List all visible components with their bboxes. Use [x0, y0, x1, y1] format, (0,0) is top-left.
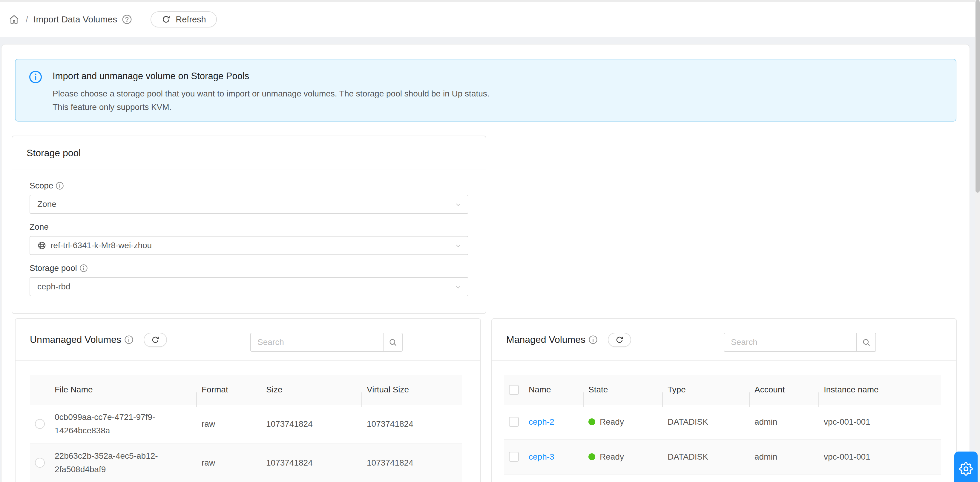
cell-instance-name: vpc-001-001 — [819, 415, 941, 428]
zone-select-value: ref-trl-6341-k-Mr8-wei-zhou — [51, 241, 152, 250]
scope-label-text: Scope — [30, 181, 53, 191]
reload-icon — [615, 336, 624, 344]
unmanaged-volume-row: 0cb099aa-cc7e-4721-97f9-14264bce838a raw… — [30, 405, 462, 444]
scope-select[interactable]: Zone — [30, 195, 468, 214]
scrollbar-thumb[interactable] — [975, 0, 980, 192]
status-dot-green — [589, 418, 595, 425]
cell-type: DATADISK — [663, 415, 750, 428]
column-header-account: Account — [750, 385, 819, 395]
page-scrollbar[interactable] — [975, 0, 980, 482]
cell-size: 1073741824 — [261, 417, 362, 431]
column-header-format: Format — [197, 385, 261, 395]
cell-state: Ready — [584, 415, 663, 428]
refresh-button-label: Refresh — [176, 14, 206, 24]
home-icon[interactable] — [8, 13, 20, 25]
info-circle-icon — [80, 264, 88, 272]
column-header-state: State — [584, 385, 663, 395]
unmanaged-volumes-title: Unmanaged Volumes — [30, 334, 121, 345]
unmanaged-table-body: 0cb099aa-cc7e-4721-97f9-14264bce838a raw… — [30, 405, 462, 482]
cell-type: DATADISK — [663, 450, 750, 463]
cell-account: admin — [750, 415, 819, 428]
question-circle-icon[interactable] — [122, 14, 132, 24]
managed-volumes-card: Managed Volumes Name State Type Account … — [492, 318, 957, 482]
status-dot-green — [589, 453, 595, 460]
info-circle-icon — [124, 335, 134, 344]
cell-account: admin — [750, 450, 819, 463]
cell-name: ceph-3 — [524, 450, 584, 463]
unmanaged-table-header: File Name Format Size Virtual Size — [30, 375, 462, 405]
volume-radio[interactable] — [35, 419, 45, 429]
search-icon[interactable] — [383, 333, 402, 351]
volume-name-link[interactable]: ceph-2 — [529, 417, 554, 426]
storage-pool-card-header: Storage pool — [12, 136, 486, 170]
volume-checkbox[interactable] — [509, 452, 519, 462]
managed-volume-row: ceph-2 Ready DATADISK admin vpc-001-001 — [504, 405, 941, 440]
cell-name: ceph-2 — [524, 415, 584, 428]
zone-label-text: Zone — [30, 222, 49, 232]
globe-icon — [37, 241, 46, 250]
row-select-cell — [30, 458, 50, 468]
managed-volumes-header: Managed Volumes — [492, 319, 956, 361]
scope-label: Scope — [30, 181, 468, 191]
managed-table: Name State Type Account Instance name ce… — [504, 375, 941, 482]
reload-icon — [161, 14, 171, 24]
alert-description: Please choose a storage pool that you wa… — [52, 87, 490, 114]
zone-select[interactable]: ref-trl-6341-k-Mr8-wei-zhou — [30, 236, 468, 255]
managed-refresh-button[interactable] — [608, 332, 631, 347]
reload-icon — [151, 336, 160, 344]
cell-size: 1073741824 — [261, 456, 362, 469]
scope-select-value: Zone — [37, 199, 56, 209]
managed-table-header: Name State Type Account Instance name — [504, 375, 941, 405]
zone-label: Zone — [30, 222, 468, 232]
cell-format: raw — [197, 456, 261, 469]
column-header-file-name: File Name — [50, 385, 197, 395]
cell-virtual-size: 1073741824 — [362, 417, 462, 431]
row-select-cell — [30, 419, 50, 429]
settings-fab-button[interactable] — [954, 452, 978, 482]
volume-checkbox[interactable] — [509, 417, 519, 427]
breadcrumb-current: Import Data Volumes — [33, 14, 117, 24]
unmanaged-search-input[interactable] — [251, 333, 383, 351]
cell-file-name: 22b63c2b-352a-4ec5-ab12-2fa508d4baf9 — [50, 449, 197, 476]
storage-pool-card-title: Storage pool — [27, 148, 81, 159]
unmanaged-volumes-header: Unmanaged Volumes — [16, 319, 480, 361]
refresh-button[interactable]: Refresh — [151, 11, 217, 27]
cell-file-name: 0cb099aa-cc7e-4721-97f9-14264bce838a — [50, 410, 197, 437]
pool-label-text: Storage pool — [30, 263, 77, 273]
row-select-cell — [504, 452, 524, 462]
state-label: Ready — [600, 415, 624, 428]
select-all-checkbox[interactable] — [509, 385, 519, 395]
managed-table-body: ceph-2 Ready DATADISK admin vpc-001-001 … — [504, 405, 941, 482]
chevron-down-icon — [454, 200, 462, 209]
alert-body: Import and unmanage volume on Storage Po… — [52, 68, 490, 112]
managed-search-input[interactable] — [724, 333, 856, 351]
unmanaged-volume-row: 22b63c2b-352a-4ec5-ab12-2fa508d4baf9 raw… — [30, 444, 462, 482]
chevron-down-icon — [454, 283, 462, 291]
select-all-column-header — [504, 385, 524, 395]
search-icon[interactable] — [856, 333, 875, 351]
pool-select[interactable]: ceph-rbd — [30, 277, 468, 296]
unmanaged-table: File Name Format Size Virtual Size 0cb09… — [30, 375, 462, 482]
volume-radio[interactable] — [35, 458, 45, 468]
column-header-instance-name: Instance name — [819, 385, 941, 395]
volume-name-link[interactable]: ceph-3 — [529, 452, 554, 461]
alert-line-1: Please choose a storage pool that you wa… — [52, 87, 490, 100]
info-circle-icon — [29, 70, 42, 84]
window-top-strip — [0, 0, 980, 2]
cell-virtual-size: 1073741824 — [362, 456, 462, 469]
column-header-virtual-size: Virtual Size — [362, 385, 462, 395]
column-header-name: Name — [524, 385, 584, 395]
breadcrumb-separator: / — [26, 14, 28, 24]
info-alert: Import and unmanage volume on Storage Po… — [15, 59, 956, 121]
cell-instance-name: vpc-001-001 — [819, 450, 941, 463]
row-select-cell — [504, 417, 524, 427]
info-circle-icon — [589, 335, 598, 344]
alert-line-2: This feature only supports KVM. — [52, 100, 490, 114]
storage-pool-form: Scope Zone Zone ref-trl-6341-k-Mr8-wei-z… — [12, 170, 486, 296]
pool-label: Storage pool — [30, 263, 468, 273]
cell-format: raw — [197, 417, 261, 431]
chevron-down-icon — [454, 242, 462, 250]
gear-icon — [959, 462, 973, 476]
cell-state: Ready — [584, 450, 663, 463]
unmanaged-refresh-button[interactable] — [144, 332, 167, 347]
